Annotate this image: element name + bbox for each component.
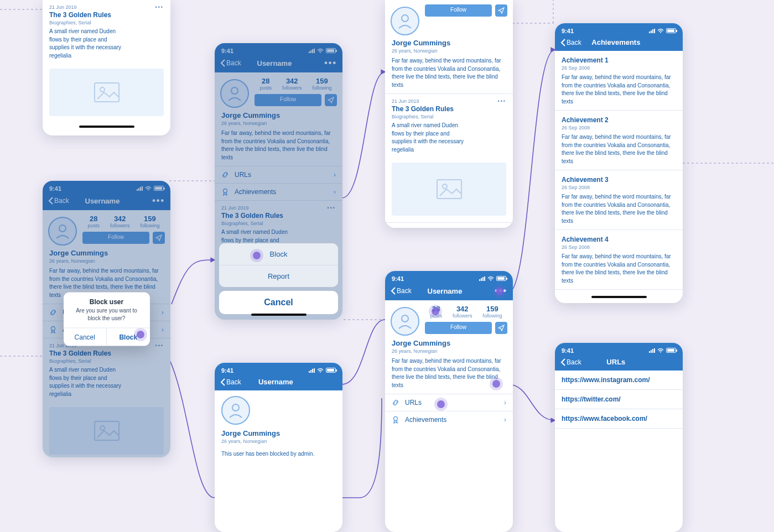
send-icon [498, 7, 505, 14]
svg-rect-17 [437, 180, 461, 199]
url-item[interactable]: https://www.facebook.com/ [555, 409, 683, 429]
chevron-right-icon: › [504, 399, 506, 406]
status-bar: 9:41 [555, 23, 683, 38]
sheet-report-button[interactable]: Report [219, 265, 338, 287]
profile-name: Jorge Cummings [221, 429, 336, 437]
post-menu-icon[interactable]: ••• [498, 98, 506, 104]
signal-icon [309, 368, 315, 373]
post-subtitle: Biographies, Serial [385, 114, 513, 119]
profile-sub: 26 years, Norwegian [392, 348, 506, 354]
blocked-message: This user has been blocked by admin. [215, 448, 342, 465]
status-bar: 9:41 [385, 271, 513, 286]
share-icon [469, 227, 476, 228]
wifi-icon [657, 348, 664, 353]
battery-icon [326, 368, 336, 373]
achievement-item[interactable]: Achievement 126 Sep 2008Far far away, be… [555, 51, 683, 111]
row-urls[interactable]: URLs › [385, 394, 513, 411]
like-button[interactable]: 183 [396, 227, 416, 228]
profile-name: Jorge Cummings [392, 339, 506, 347]
heart-icon [396, 227, 404, 228]
bookmark-icon [494, 227, 502, 228]
profile-sub: 26 years, Norwegian [392, 48, 506, 54]
post-title[interactable]: The 3 Golden Rules [43, 11, 170, 19]
badge-icon [392, 416, 402, 424]
save-post-button[interactable] [494, 227, 502, 228]
svg-point-22 [394, 417, 398, 421]
link-icon [392, 399, 402, 406]
battery-icon [496, 276, 506, 281]
post-menu-icon[interactable]: ••• [155, 4, 164, 10]
hotspot-dot [496, 288, 503, 295]
post-body: A small river named Duden flows by their… [385, 119, 474, 158]
share-post-button[interactable] [469, 227, 476, 228]
status-bar: 9:41 [555, 343, 683, 358]
svg-rect-7 [95, 83, 119, 102]
alert-cancel-button[interactable]: Cancel [64, 328, 107, 346]
svg-point-15 [232, 404, 239, 411]
screen-action-sheet: 9:41 Back Username ••• 28posts 342follow… [215, 43, 342, 320]
hotspot-dot [492, 380, 500, 388]
achievement-item[interactable]: Achievement 326 Sep 2008Far far away, be… [555, 170, 683, 230]
post-subtitle: Biographies, Serial [43, 20, 170, 25]
nav-title: Achievements [565, 38, 667, 46]
screen-block-confirm: 9:41 Back Username ••• 28posts 342follow… [43, 181, 170, 457]
screen-profile: 9:41 Back Username ••• 28posts 342follow… [385, 271, 513, 532]
comment-icon [434, 227, 442, 228]
status-time: 9:41 [392, 275, 404, 282]
screen-feed-partial: 21 Jun 2019 ••• The 3 Golden Rules Biogr… [43, 0, 170, 135]
chevron-right-icon: › [504, 416, 506, 424]
post-date: 21 Jun 2019 [392, 98, 419, 104]
svg-point-21 [402, 315, 408, 322]
avatar [391, 307, 419, 336]
image-placeholder-icon [392, 163, 506, 216]
post-date: 21 Jun 2019 [49, 4, 77, 10]
profile-desc: Far far away, behind the word mountains,… [392, 57, 506, 89]
row-achievements[interactable]: Achievements › [385, 411, 513, 428]
stat-following[interactable]: 159following [482, 305, 502, 319]
comment-button[interactable]: 68 [434, 227, 451, 228]
nav-bar: Back URLs [555, 358, 683, 371]
hotspot-dot [253, 252, 261, 259]
svg-point-8 [100, 87, 105, 92]
profile-name: Jorge Cummings [392, 39, 506, 47]
nav-bar: Back Username ••• [385, 286, 513, 300]
sheet-block-button[interactable]: Block [219, 243, 338, 265]
share-button[interactable] [495, 4, 507, 17]
alert-message: Are you sure you want to block the user? [64, 307, 150, 328]
status-time: 9:41 [562, 347, 574, 354]
url-item[interactable]: https://twitter.com/ [555, 390, 683, 409]
block-alert: Block user Are you sure you want to bloc… [64, 293, 150, 346]
profile-sub: 26 years, Norwegian [221, 439, 336, 444]
svg-point-18 [443, 184, 447, 189]
follow-button[interactable]: Follow [425, 4, 492, 17]
battery-icon [666, 348, 676, 353]
wifi-icon [317, 368, 324, 373]
avatar [391, 7, 419, 35]
post-title[interactable]: The 3 Golden Rules [385, 105, 513, 113]
signal-icon [649, 29, 655, 33]
status-bar: 9:41 [215, 363, 342, 378]
achievement-item[interactable]: Achievement 426 Sep 2008Far far away, be… [555, 230, 683, 290]
screen-profile-feed-partial: Follow Jorge Cummings 26 years, Norwegia… [385, 0, 513, 228]
stat-followers[interactable]: 342followers [453, 305, 472, 319]
image-placeholder-icon [49, 69, 164, 116]
nav-title: Username [225, 378, 327, 386]
achievement-item[interactable]: Achievement 226 Sep 2008Far far away, be… [555, 111, 683, 170]
profile-desc: Far far away, behind the word mountains,… [392, 357, 506, 389]
wifi-icon [487, 276, 494, 281]
home-indicator [215, 311, 342, 319]
hotspot-dot [137, 331, 144, 338]
nav-bar: Back Achievements [555, 38, 683, 51]
url-item[interactable]: https://www.instagram.com/ [555, 371, 683, 390]
battery-icon [666, 28, 676, 33]
follow-button[interactable]: Follow [425, 322, 492, 334]
hotspot-dot [437, 400, 445, 408]
svg-point-16 [402, 15, 408, 22]
nav-bar: Back Username [215, 378, 342, 390]
share-button[interactable] [495, 322, 507, 334]
post-body: A small river named Duden flows by their… [43, 25, 131, 64]
screen-urls: 9:41 Back URLs https://www.instagram.com… [555, 343, 683, 532]
screen-blocked: 9:41 Back Username Jorge Cummings 26 yea… [215, 363, 342, 532]
avatar [221, 396, 250, 425]
wifi-icon [657, 28, 664, 33]
